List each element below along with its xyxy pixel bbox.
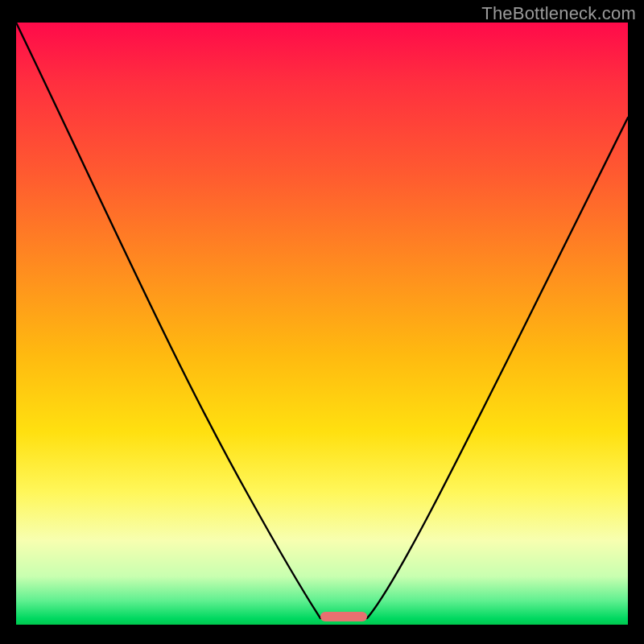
curve-left-branch (16, 23, 320, 618)
chart-frame: TheBottleneck.com (0, 0, 644, 644)
bottleneck-curve (16, 23, 628, 625)
watermark-text: TheBottleneck.com (481, 3, 636, 24)
plot-area (16, 23, 628, 625)
optimal-range-marker (320, 612, 367, 621)
curve-right-branch (367, 118, 628, 618)
